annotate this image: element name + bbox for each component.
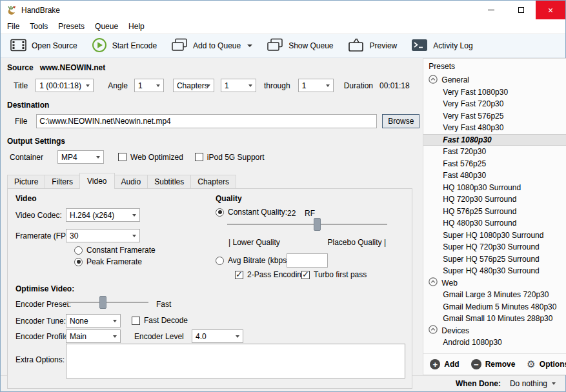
tab-video[interactable]: Video <box>79 173 114 189</box>
constant-quality-label: Constant Quality: <box>228 208 287 217</box>
main-area: Source www.NEOWIN.net Title 1 (00:01:18)… <box>1 58 565 375</box>
preset-item[interactable]: Super HQ 720p30 Surround <box>423 241 566 253</box>
menu-help[interactable]: Help <box>123 20 150 33</box>
preset-item[interactable]: Very Fast 720p30 <box>423 98 566 110</box>
angle-select[interactable]: 1 <box>134 79 164 92</box>
slider-track <box>66 302 148 303</box>
checkbox-unchecked-icon <box>132 317 140 325</box>
ipod-support-checkbox[interactable]: iPod 5G Support <box>195 153 265 162</box>
menu-file[interactable]: File <box>2 20 25 33</box>
placebo-quality-label: Placebo Quality | <box>328 238 387 247</box>
slider-thumb[interactable] <box>99 296 106 309</box>
preview-button[interactable]: Preview <box>341 34 405 57</box>
preset-item[interactable]: Android 1080p30 <box>423 337 566 349</box>
tab-picture[interactable]: Picture <box>7 175 45 188</box>
when-done-value: Do nothing <box>510 379 547 388</box>
tab-filters[interactable]: Filters <box>45 175 80 188</box>
menu-queue[interactable]: Queue <box>90 20 123 33</box>
terminal-icon <box>411 39 428 54</box>
minimize-button[interactable] <box>476 1 506 19</box>
encoder-profile-select[interactable]: Main <box>66 329 121 343</box>
preset-item[interactable]: Fast 480p30 <box>423 170 566 182</box>
dropdown-caret-icon[interactable] <box>247 44 252 47</box>
preset-item[interactable]: Very Fast 1080p30 <box>423 86 566 99</box>
fast-decode-label: Fast Decode <box>144 316 188 325</box>
preset-options-button[interactable]: ⚙ Options <box>527 358 566 370</box>
encoder-preset-slider[interactable] <box>66 296 148 309</box>
when-done-select[interactable]: Do nothing <box>506 378 559 389</box>
remove-preset-button[interactable]: − Remove <box>471 359 516 369</box>
constant-quality-radio[interactable]: Constant Quality: <box>216 208 287 217</box>
preset-group-label: General <box>441 75 469 84</box>
encoder-level-label: Encoder Level <box>134 332 184 341</box>
framerate-value: 30 <box>70 231 78 240</box>
preset-item[interactable]: Fast 720p30 <box>423 146 566 158</box>
turbo-first-pass-checkbox[interactable]: Turbo first pass <box>301 270 367 279</box>
encoder-preset-label: Encoder Preset: <box>15 300 71 309</box>
preset-group-web[interactable]: Web <box>423 277 566 289</box>
encoder-level-select[interactable]: 4.0 <box>192 329 243 343</box>
range-start-select[interactable]: 1 <box>221 79 256 92</box>
menu-presets[interactable]: Presets <box>53 20 90 33</box>
add-preset-button[interactable]: + Add <box>430 359 459 369</box>
title-select[interactable]: 1 (00:01:18) <box>35 79 94 92</box>
presets-footer: + Add − Remove ⚙ Options <box>423 353 566 375</box>
turbo-first-pass-label: Turbo first pass <box>314 270 367 279</box>
collapse-chevron-icon <box>429 277 438 288</box>
radio-selected-icon <box>216 208 224 217</box>
container-select[interactable]: MP4 <box>57 150 104 164</box>
open-source-button[interactable]: Open Source <box>3 34 85 57</box>
preset-item[interactable]: Super HQ 1080p30 Surround <box>423 230 566 242</box>
maximize-button[interactable] <box>506 1 536 19</box>
preset-group-devices[interactable]: Devices <box>423 325 566 337</box>
avg-bitrate-radio[interactable]: Avg Bitrate (kbps): <box>216 256 291 265</box>
peak-framerate-radio[interactable]: Peak Framerate <box>74 257 142 266</box>
video-codec-label: Video Codec: <box>15 211 62 220</box>
preset-item-selected[interactable]: Fast 1080p30 <box>423 134 566 146</box>
web-optimized-checkbox[interactable]: Web Optimized <box>118 153 183 162</box>
menu-tools[interactable]: Tools <box>25 20 53 33</box>
extra-options-textarea[interactable] <box>66 344 405 378</box>
quality-slider[interactable] <box>227 218 387 231</box>
web-optimized-label: Web Optimized <box>130 153 183 162</box>
dropdown-caret-icon <box>132 235 136 237</box>
avg-bitrate-input[interactable] <box>287 253 328 268</box>
tab-chapters[interactable]: Chapters <box>190 175 236 188</box>
preset-item[interactable]: HQ 576p25 Surround <box>423 206 566 218</box>
minus-icon: − <box>471 359 481 369</box>
range-end-select[interactable]: 1 <box>298 79 334 92</box>
preset-item[interactable]: Gmail Large 3 Minutes 720p30 <box>423 289 566 301</box>
preset-item[interactable]: Gmail Medium 5 Minutes 480p30 <box>423 301 566 313</box>
add-to-queue-button[interactable]: Add to Queue <box>164 34 259 57</box>
fast-decode-checkbox[interactable]: Fast Decode <box>132 316 188 325</box>
destination-file-input[interactable] <box>36 114 377 128</box>
activity-log-button[interactable]: Activity Log <box>404 34 480 57</box>
range-type-select[interactable]: Chapters <box>173 79 214 92</box>
browse-button[interactable]: Browse <box>382 114 419 128</box>
duration-label: Duration <box>344 81 373 90</box>
window-controls: × <box>476 1 565 19</box>
tab-audio[interactable]: Audio <box>114 175 148 188</box>
settings-tabs: Picture Filters Video Audio Subtitles Ch… <box>7 173 419 188</box>
preset-item[interactable]: Fast 576p25 <box>423 158 566 170</box>
preset-item[interactable]: Super HQ 480p30 Surround <box>423 265 566 277</box>
preset-item[interactable]: HQ 480p30 Surround <box>423 217 566 230</box>
preset-group-general[interactable]: General <box>423 74 566 86</box>
two-pass-checkbox[interactable]: 2-Pass Encoding <box>235 270 306 279</box>
preset-item[interactable]: Gmail Small 10 Minutes 288p30 <box>423 313 566 325</box>
slider-thumb[interactable] <box>314 218 321 231</box>
close-button[interactable]: × <box>536 1 565 19</box>
framerate-select[interactable]: 30 <box>66 229 140 242</box>
tab-subtitles[interactable]: Subtitles <box>147 175 191 188</box>
preset-item[interactable]: Very Fast 576p25 <box>423 110 566 122</box>
video-codec-select[interactable]: H.264 (x264) <box>66 208 140 222</box>
add-to-queue-label: Add to Queue <box>193 41 241 50</box>
constant-framerate-radio[interactable]: Constant Framerate <box>74 246 156 255</box>
encoder-tune-select[interactable]: None <box>66 314 121 328</box>
preset-item[interactable]: HQ 1080p30 Surround <box>423 182 566 194</box>
start-encode-button[interactable]: Start Encode <box>85 34 164 57</box>
preset-item[interactable]: Super HQ 576p25 Surround <box>423 253 566 266</box>
show-queue-button[interactable]: Show Queue <box>259 34 340 57</box>
preset-item[interactable]: Very Fast 480p30 <box>423 122 566 134</box>
preset-item[interactable]: HQ 720p30 Surround <box>423 193 566 206</box>
